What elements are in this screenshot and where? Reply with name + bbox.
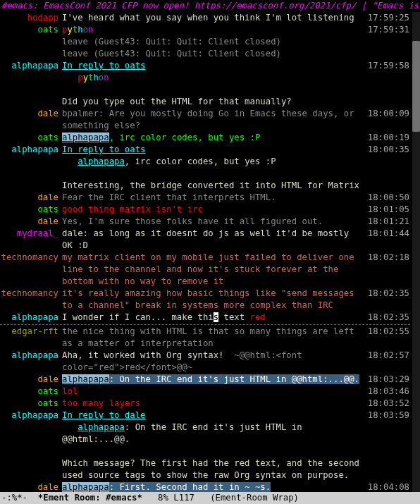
scrollbar-track[interactable] xyxy=(412,12,420,492)
message-body: alphapapa: On the IRC end it's just HTML… xyxy=(62,374,364,386)
message-row: alphapapaAha, it worked with Org syntax!… xyxy=(0,350,410,374)
nick: technomancy xyxy=(0,252,62,264)
message-body: Did you type out the HTML for that manua… xyxy=(62,96,364,108)
message-row: technomancyit's really amazing how basic… xyxy=(0,288,410,312)
message-body: leave (Guest43: Quit: Quit: Client close… xyxy=(62,36,364,48)
timestamp: 18:03:52 xyxy=(364,398,410,410)
message-row: Interesting, the bridge converted it int… xyxy=(0,180,410,192)
reply-target[interactable]: oats xyxy=(125,61,146,70)
timestamp: 18:02:35 xyxy=(364,288,410,300)
message-body: alphapapa: First. Second had it in ~ ~s. xyxy=(62,481,364,492)
message-body: alphapapa, irc color codes, but yes :P xyxy=(62,132,364,144)
message-body: dale: as long as it doesnt do js as well… xyxy=(62,228,364,252)
mention[interactable]: alphapapa xyxy=(62,482,109,492)
chat-buffer[interactable]: hodappI've heard what you say when you t… xyxy=(0,12,420,492)
timestamp: 18:01:44 xyxy=(364,228,410,240)
message-row: dalealphapapa: First. Second had it in ~… xyxy=(0,481,410,492)
timestamp: 18:00:50 xyxy=(364,192,410,204)
message-body: Which message? The first had the red tex… xyxy=(62,457,364,481)
nick: dale xyxy=(0,481,62,492)
message-row: alphapapa, irc color codes, but yes :P xyxy=(0,156,410,168)
message-row: dalealphapapa: On the IRC end it's just … xyxy=(0,374,410,386)
timestamp: 18:03:46 xyxy=(364,386,410,398)
text-cursor: s xyxy=(214,312,218,322)
timestamp: 17:59:58 xyxy=(364,60,410,72)
message-row: alphapapaIn reply to dale18:03:59 xyxy=(0,410,410,422)
nick: technomancy xyxy=(0,288,62,300)
reply-link[interactable]: In reply to xyxy=(62,410,125,420)
scrollbar-thumb[interactable] xyxy=(412,41,420,132)
message-row: leave (Guest43: Quit: Quit: Client close… xyxy=(0,48,410,60)
timestamp: 17:59:25 xyxy=(364,12,410,24)
nick: oats xyxy=(0,132,62,144)
message-row: oatsgood thing matrix isn't irc18:01:05 xyxy=(0,204,410,216)
message-body: alphapapa, irc color codes, but yes :P xyxy=(62,156,364,168)
nick: oats xyxy=(0,204,62,216)
mention[interactable]: alphapapa xyxy=(62,133,109,142)
message-body: it's really amazing how basic things lik… xyxy=(62,288,364,312)
message-body: leave (Guest43: Quit: Quit: Client close… xyxy=(62,48,364,60)
message-body: Aha, it worked with Org syntax! ~@@html:… xyxy=(62,350,364,374)
message-row: technomancymy matrix client on my mobile… xyxy=(0,252,410,288)
message-row: alphapapaI wonder if I can... make this … xyxy=(0,312,410,324)
message-row: oatspython17:59:31 xyxy=(0,24,410,36)
message-row: python xyxy=(0,72,410,84)
message-row: daleYes, I'm sure those folks have it al… xyxy=(0,216,410,228)
nick: dale xyxy=(0,216,62,228)
mention[interactable]: alphapapa xyxy=(78,156,125,166)
timestamp: 18:02:55 xyxy=(364,326,410,338)
timestamp: 18:01:21 xyxy=(364,216,410,228)
message-row: oatsalphapapa, irc color codes, but yes … xyxy=(0,132,410,144)
message-row: edgar-rftthe nice thing with HTML is tha… xyxy=(0,326,410,350)
reply-link[interactable]: In reply to xyxy=(62,61,125,70)
message-body: my matrix client on my mobile just faile… xyxy=(62,252,364,288)
message-body: Interesting, the bridge converted it int… xyxy=(62,180,364,192)
modeline: -:%*- *Ement Room: #emacs* 8% L117 (Emen… xyxy=(0,492,420,504)
channel-topic: #emacs: EmacsConf 2021 CFP now open! htt… xyxy=(0,0,420,12)
modeline-position: 8% L117 xyxy=(142,492,210,504)
message-body: good thing matrix isn't irc xyxy=(62,204,364,216)
mention[interactable]: alphapapa xyxy=(78,422,125,432)
message-body: In reply to dale xyxy=(62,410,364,422)
nick: edgar-rft xyxy=(0,326,62,338)
message-row: oatslol18:03:46 xyxy=(0,386,410,398)
nick: hodapp xyxy=(0,12,62,24)
modeline-buffer-name: *Ement Room: #emacs* xyxy=(38,492,142,504)
timestamp: 18:00:09 xyxy=(364,108,410,120)
message-row: daleFear the IRC client that interprets … xyxy=(0,192,410,204)
reply-target[interactable]: dale xyxy=(125,410,146,420)
reply-link[interactable]: In reply to xyxy=(62,145,125,154)
message-row: alphapapa: On the IRC end it's just HTML… xyxy=(0,422,410,445)
timestamp: 18:02:57 xyxy=(364,350,410,362)
message-row: mydraal_dale: as long as it doesnt do js… xyxy=(0,228,410,252)
message-body: Fear the IRC client that interprets HTML… xyxy=(62,192,364,204)
nick: oats xyxy=(0,24,62,36)
mention[interactable]: alphapapa xyxy=(62,374,109,384)
message-list: hodappI've heard what you say when you t… xyxy=(0,12,420,492)
message-body: too many layers xyxy=(62,398,364,410)
nick: alphapapa xyxy=(0,350,62,362)
message-row: Which message? The first had the red tex… xyxy=(0,457,410,481)
reply-target[interactable]: oats xyxy=(125,145,146,154)
message-row: leave (Guest43: Quit: Quit: Client close… xyxy=(0,36,410,48)
timestamp: 18:02:35 xyxy=(364,312,410,324)
message-body: lol xyxy=(62,386,364,398)
timestamp: 18:00:19 xyxy=(364,132,410,144)
message-body: In reply to oats xyxy=(62,144,364,156)
nick: mydraal_ xyxy=(0,228,62,240)
message-body: I wonder if I can... make this text red xyxy=(62,312,364,324)
nick: alphapapa xyxy=(0,144,62,156)
timestamp: 18:02:18 xyxy=(364,252,410,264)
nick: alphapapa xyxy=(0,410,62,422)
message-row: hodappI've heard what you say when you t… xyxy=(0,12,410,24)
message-body: Yes, I'm sure those folks have it all fi… xyxy=(62,216,364,228)
message-body: bpalmer: Are you mostly doing Go in Emac… xyxy=(62,108,364,132)
nick: dale xyxy=(0,192,62,204)
nick: dale xyxy=(0,108,62,120)
modeline-flags: -:%*- xyxy=(1,492,38,504)
timestamp: 18:04:08 xyxy=(364,481,410,492)
message-row: oatstoo many layers18:03:52 xyxy=(0,398,410,410)
message-body: In reply to oats xyxy=(62,60,364,72)
nick: oats xyxy=(0,398,62,410)
modeline-modes: (Ement-Room Wrap) xyxy=(210,492,299,504)
